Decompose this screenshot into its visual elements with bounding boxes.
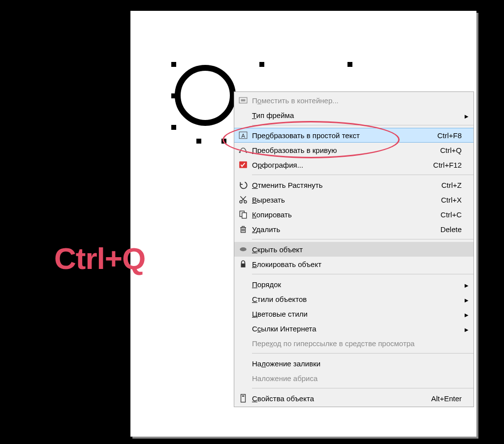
menu-item-label: Скрыть объект bbox=[252, 245, 462, 254]
lock-icon bbox=[234, 260, 252, 268]
container-icon bbox=[234, 96, 252, 105]
menu-item-object-properties[interactable]: Свойства объектаAlt+Enter bbox=[234, 391, 473, 406]
menu-item-label: Стили объектов bbox=[252, 295, 462, 303]
menu-item-copy[interactable]: КопироватьCtrl+C bbox=[234, 207, 473, 222]
menu-item-label: Вырезать bbox=[252, 196, 441, 204]
menu-separator bbox=[252, 274, 473, 274]
menu-item-label: Копировать bbox=[252, 210, 441, 219]
menu-item-hide-object[interactable]: Скрыть объект bbox=[234, 242, 473, 257]
menu-separator bbox=[252, 239, 473, 239]
menu-item-label: Тип фрейма bbox=[252, 111, 462, 119]
menu-item-label: Наложение абриса bbox=[252, 374, 462, 383]
context-menu: Поместить в контейнер...Тип фрейма▶AПрео… bbox=[234, 91, 474, 407]
selection-handle[interactable] bbox=[259, 62, 264, 67]
menu-item-label: Блокировать объект bbox=[252, 260, 462, 268]
svg-rect-15 bbox=[242, 395, 245, 396]
menu-item-convert-to-curve[interactable]: Преобразовать в кривуюCtrl+Q bbox=[234, 143, 473, 157]
cut-icon bbox=[234, 195, 252, 204]
menu-separator bbox=[252, 388, 473, 388]
menu-item-shortcut: Ctrl+F8 bbox=[437, 131, 462, 140]
menu-item-place-in-container: Поместить в контейнер... bbox=[234, 93, 473, 108]
menu-item-shortcut: Ctrl+X bbox=[441, 196, 462, 204]
menu-item-label: Свойства объекта bbox=[252, 394, 431, 403]
trash-icon bbox=[234, 225, 252, 234]
menu-item-label: Переход по гиперссылке в средстве просмо… bbox=[252, 339, 462, 348]
menu-item-shortcut: Ctrl+C bbox=[441, 210, 462, 219]
submenu-arrow-icon: ▶ bbox=[462, 280, 469, 289]
menu-item-fill-overprint[interactable]: Наложение заливки bbox=[234, 356, 473, 371]
menu-item-internet-links[interactable]: Ссылки Интернета▶ bbox=[234, 321, 473, 336]
selection-handle[interactable] bbox=[347, 62, 352, 67]
svg-point-4 bbox=[239, 151, 241, 153]
menu-item-label: Преобразовать в простой текст bbox=[252, 131, 437, 140]
menu-item-shortcut: Ctrl+Z bbox=[441, 181, 462, 189]
spellcheck-icon bbox=[234, 160, 252, 169]
svg-rect-1 bbox=[241, 99, 246, 102]
menu-item-spelling[interactable]: Орфография...Ctrl+F12 bbox=[234, 157, 473, 172]
menu-item-object-styles[interactable]: Стили объектов▶ bbox=[234, 292, 473, 306]
menu-item-label: Удалить bbox=[252, 225, 441, 234]
menu-item-label: Ссылки Интернета bbox=[252, 325, 462, 333]
menu-item-shortcut: Ctrl+Q bbox=[440, 146, 462, 154]
selected-text-glyph[interactable] bbox=[175, 65, 236, 126]
svg-text:A: A bbox=[241, 133, 245, 139]
menu-item-label: Наложение заливки bbox=[252, 359, 462, 368]
svg-point-7 bbox=[240, 201, 242, 203]
undo-icon bbox=[234, 180, 252, 189]
menu-item-label: Порядок bbox=[252, 280, 462, 289]
menu-separator bbox=[252, 175, 473, 175]
svg-point-8 bbox=[244, 201, 247, 203]
menu-item-label: Преобразовать в кривую bbox=[252, 146, 440, 154]
menu-separator bbox=[252, 353, 473, 354]
menu-item-outline-overprint: Наложение абриса bbox=[234, 371, 473, 385]
selection-handle[interactable] bbox=[171, 125, 176, 130]
submenu-arrow-icon: ▶ bbox=[462, 111, 469, 119]
menu-item-hyperlink-viewer: Переход по гиперссылке в средстве просмо… bbox=[234, 336, 473, 351]
menu-item-cut[interactable]: ВырезатьCtrl+X bbox=[234, 192, 473, 207]
curve-convert-icon bbox=[234, 146, 252, 154]
properties-icon bbox=[234, 394, 252, 403]
annotation-shortcut-label: Ctrl+Q bbox=[54, 241, 145, 276]
menu-item-label: Поместить в контейнер... bbox=[252, 96, 462, 105]
menu-item-undo-stretch[interactable]: Отменить РастянутьCtrl+Z bbox=[234, 178, 473, 192]
submenu-arrow-icon: ▶ bbox=[462, 295, 469, 303]
selection-handle[interactable] bbox=[221, 139, 226, 144]
svg-point-12 bbox=[240, 247, 247, 251]
svg-point-5 bbox=[246, 151, 247, 153]
menu-item-frame-type[interactable]: Тип фрейма▶ bbox=[234, 108, 473, 122]
text-convert-icon: A bbox=[234, 131, 252, 140]
svg-rect-13 bbox=[241, 264, 246, 267]
menu-item-order[interactable]: Порядок▶ bbox=[234, 277, 473, 292]
menu-item-lock-object[interactable]: Блокировать объект bbox=[234, 257, 473, 271]
menu-item-shortcut: Ctrl+F12 bbox=[433, 161, 462, 169]
submenu-arrow-icon: ▶ bbox=[462, 310, 469, 318]
svg-rect-10 bbox=[242, 213, 247, 218]
selection-handle[interactable] bbox=[171, 93, 176, 98]
ellipse-icon bbox=[234, 245, 252, 254]
menu-item-label: Цветовые стили bbox=[252, 310, 462, 318]
menu-item-label: Орфография... bbox=[252, 161, 433, 169]
menu-item-color-styles[interactable]: Цветовые стили▶ bbox=[234, 306, 473, 321]
menu-item-label: Отменить Растянуть bbox=[252, 181, 441, 189]
selection-handle[interactable] bbox=[171, 62, 176, 67]
menu-item-convert-plain-text[interactable]: AПреобразовать в простой текстCtrl+F8 bbox=[234, 128, 473, 143]
menu-item-shortcut: Delete bbox=[441, 225, 462, 234]
copy-icon bbox=[234, 210, 252, 219]
submenu-arrow-icon: ▶ bbox=[462, 325, 469, 333]
selection-handle[interactable] bbox=[196, 139, 201, 144]
menu-item-delete[interactable]: УдалитьDelete bbox=[234, 222, 473, 237]
menu-item-shortcut: Alt+Enter bbox=[431, 394, 462, 403]
menu-separator bbox=[252, 125, 473, 125]
